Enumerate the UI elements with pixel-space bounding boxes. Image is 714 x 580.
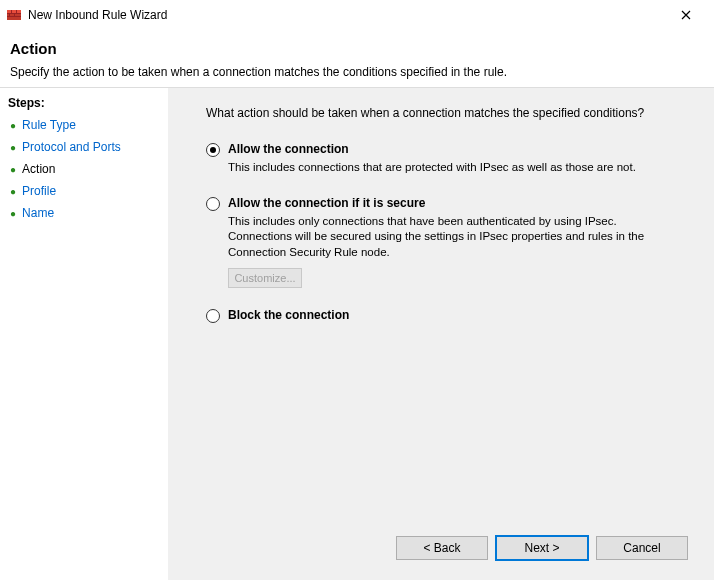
radio-allow-secure[interactable]	[206, 197, 220, 211]
step-action: ● Action	[8, 158, 164, 180]
close-icon[interactable]	[666, 1, 706, 29]
radio-allow[interactable]	[206, 143, 220, 157]
option-allow-secure[interactable]: Allow the connection if it is secure Thi…	[206, 196, 692, 289]
bullet-icon: ●	[10, 164, 16, 175]
option-allow-secure-desc: This includes only connections that have…	[228, 214, 658, 261]
option-block-label: Block the connection	[228, 308, 692, 322]
step-label: Protocol and Ports	[22, 140, 121, 154]
back-button[interactable]: < Back	[396, 536, 488, 560]
window-title: New Inbound Rule Wizard	[28, 8, 167, 22]
step-name[interactable]: ● Name	[8, 202, 164, 224]
bullet-icon: ●	[10, 186, 16, 197]
steps-title: Steps:	[8, 96, 164, 110]
option-allow-desc: This includes connections that are prote…	[228, 160, 658, 176]
option-block[interactable]: Block the connection	[206, 308, 692, 326]
step-label: Name	[22, 206, 54, 220]
prompt-text: What action should be taken when a conne…	[206, 106, 692, 120]
titlebar: New Inbound Rule Wizard	[0, 0, 714, 30]
svg-rect-3	[7, 16, 21, 17]
radio-block[interactable]	[206, 309, 220, 323]
wizard-header: Action Specify the action to be taken wh…	[0, 30, 714, 88]
page-subtitle: Specify the action to be taken when a co…	[10, 65, 704, 79]
step-label: Rule Type	[22, 118, 76, 132]
step-protocol-and-ports[interactable]: ● Protocol and Ports	[8, 136, 164, 158]
bullet-icon: ●	[10, 142, 16, 153]
bullet-icon: ●	[10, 120, 16, 131]
svg-rect-7	[14, 13, 15, 16]
option-allow-secure-label: Allow the connection if it is secure	[228, 196, 692, 210]
option-allow[interactable]: Allow the connection This includes conne…	[206, 142, 692, 176]
firewall-icon	[6, 7, 22, 23]
content-pane: What action should be taken when a conne…	[168, 88, 714, 580]
page-title: Action	[10, 40, 704, 57]
svg-rect-4	[11, 10, 12, 13]
bullet-icon: ●	[10, 208, 16, 219]
next-button[interactable]: Next >	[496, 536, 588, 560]
step-label: Profile	[22, 184, 56, 198]
cancel-button[interactable]: Cancel	[596, 536, 688, 560]
button-row: < Back Next > Cancel	[206, 530, 692, 570]
step-rule-type[interactable]: ● Rule Type	[8, 114, 164, 136]
customize-button: Customize...	[228, 268, 302, 288]
option-allow-label: Allow the connection	[228, 142, 692, 156]
steps-pane: Steps: ● Rule Type ● Protocol and Ports …	[0, 88, 168, 580]
step-profile[interactable]: ● Profile	[8, 180, 164, 202]
step-label: Action	[22, 162, 55, 176]
svg-rect-6	[9, 13, 10, 16]
svg-rect-5	[16, 10, 17, 13]
svg-rect-1	[7, 10, 21, 13]
